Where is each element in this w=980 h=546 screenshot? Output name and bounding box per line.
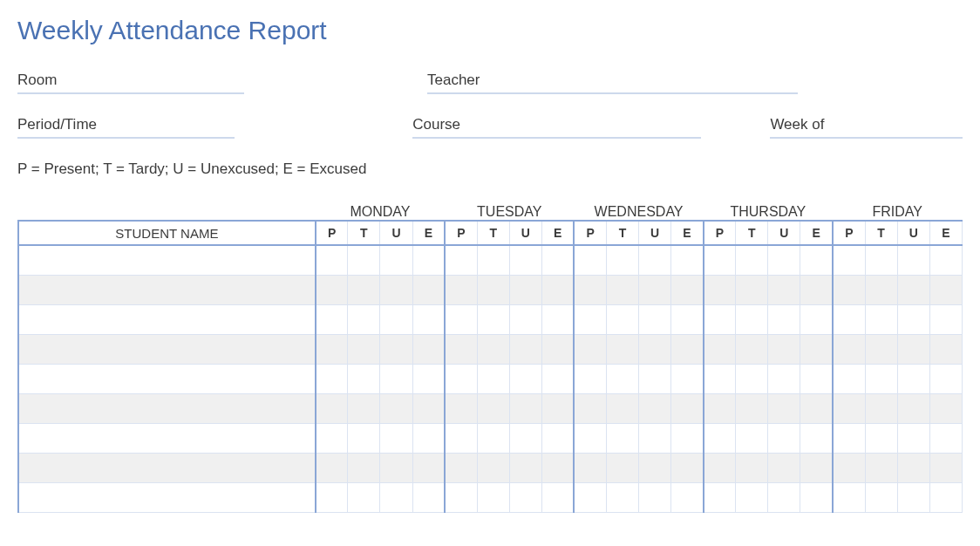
attendance-cell[interactable] <box>380 304 412 334</box>
attendance-cell[interactable] <box>412 364 445 393</box>
attendance-cell[interactable] <box>316 275 348 304</box>
attendance-cell[interactable] <box>671 364 704 393</box>
attendance-cell[interactable] <box>412 275 445 304</box>
student-name-cell[interactable] <box>18 423 316 453</box>
attendance-cell[interactable] <box>671 304 704 334</box>
attendance-cell[interactable] <box>574 304 606 334</box>
attendance-cell[interactable] <box>412 423 445 453</box>
attendance-cell[interactable] <box>800 453 833 482</box>
attendance-cell[interactable] <box>736 453 768 482</box>
attendance-cell[interactable] <box>833 453 865 482</box>
attendance-cell[interactable] <box>768 393 800 423</box>
attendance-cell[interactable] <box>704 482 736 512</box>
attendance-cell[interactable] <box>833 423 865 453</box>
attendance-cell[interactable] <box>639 334 671 364</box>
attendance-cell[interactable] <box>380 334 412 364</box>
attendance-cell[interactable] <box>541 482 574 512</box>
attendance-cell[interactable] <box>509 245 541 275</box>
attendance-cell[interactable] <box>477 453 509 482</box>
attendance-cell[interactable] <box>639 423 671 453</box>
attendance-cell[interactable] <box>736 423 768 453</box>
attendance-cell[interactable] <box>704 334 736 364</box>
attendance-cell[interactable] <box>316 334 348 364</box>
attendance-cell[interactable] <box>541 423 574 453</box>
attendance-cell[interactable] <box>509 334 541 364</box>
attendance-cell[interactable] <box>897 334 929 364</box>
attendance-cell[interactable] <box>671 482 704 512</box>
attendance-cell[interactable] <box>380 393 412 423</box>
attendance-cell[interactable] <box>800 245 833 275</box>
attendance-cell[interactable] <box>833 304 865 334</box>
attendance-cell[interactable] <box>833 275 865 304</box>
attendance-cell[interactable] <box>477 482 509 512</box>
attendance-cell[interactable] <box>477 393 509 423</box>
student-name-cell[interactable] <box>18 245 316 275</box>
attendance-cell[interactable] <box>768 304 800 334</box>
attendance-cell[interactable] <box>865 364 897 393</box>
attendance-cell[interactable] <box>671 245 704 275</box>
attendance-cell[interactable] <box>768 334 800 364</box>
attendance-cell[interactable] <box>574 482 606 512</box>
attendance-cell[interactable] <box>541 393 574 423</box>
attendance-cell[interactable] <box>800 423 833 453</box>
attendance-cell[interactable] <box>509 423 541 453</box>
attendance-cell[interactable] <box>509 453 541 482</box>
attendance-cell[interactable] <box>639 364 671 393</box>
attendance-cell[interactable] <box>606 393 638 423</box>
attendance-cell[interactable] <box>509 482 541 512</box>
attendance-cell[interactable] <box>412 334 445 364</box>
attendance-cell[interactable] <box>865 334 897 364</box>
attendance-cell[interactable] <box>445 334 477 364</box>
student-name-cell[interactable] <box>18 453 316 482</box>
attendance-cell[interactable] <box>768 364 800 393</box>
attendance-cell[interactable] <box>477 364 509 393</box>
attendance-cell[interactable] <box>671 453 704 482</box>
attendance-cell[interactable] <box>704 423 736 453</box>
attendance-cell[interactable] <box>800 275 833 304</box>
attendance-cell[interactable] <box>929 393 962 423</box>
student-name-cell[interactable] <box>18 334 316 364</box>
attendance-cell[interactable] <box>897 482 929 512</box>
attendance-cell[interactable] <box>477 275 509 304</box>
attendance-cell[interactable] <box>833 364 865 393</box>
attendance-cell[interactable] <box>606 275 638 304</box>
attendance-cell[interactable] <box>509 275 541 304</box>
attendance-cell[interactable] <box>865 245 897 275</box>
attendance-cell[interactable] <box>541 334 574 364</box>
attendance-cell[interactable] <box>833 482 865 512</box>
attendance-cell[interactable] <box>704 304 736 334</box>
attendance-cell[interactable] <box>929 245 962 275</box>
attendance-cell[interactable] <box>865 482 897 512</box>
attendance-cell[interactable] <box>865 275 897 304</box>
attendance-cell[interactable] <box>348 393 380 423</box>
attendance-cell[interactable] <box>639 304 671 334</box>
attendance-cell[interactable] <box>639 482 671 512</box>
attendance-cell[interactable] <box>574 364 606 393</box>
field-teacher[interactable]: Teacher <box>427 72 798 94</box>
attendance-cell[interactable] <box>736 364 768 393</box>
attendance-cell[interactable] <box>606 482 638 512</box>
attendance-cell[interactable] <box>606 245 638 275</box>
attendance-cell[interactable] <box>380 275 412 304</box>
attendance-cell[interactable] <box>348 364 380 393</box>
attendance-cell[interactable] <box>768 482 800 512</box>
attendance-cell[interactable] <box>348 245 380 275</box>
attendance-cell[interactable] <box>316 453 348 482</box>
attendance-cell[interactable] <box>445 275 477 304</box>
attendance-cell[interactable] <box>736 393 768 423</box>
attendance-cell[interactable] <box>316 245 348 275</box>
attendance-cell[interactable] <box>348 482 380 512</box>
attendance-cell[interactable] <box>800 482 833 512</box>
attendance-cell[interactable] <box>736 304 768 334</box>
attendance-cell[interactable] <box>445 245 477 275</box>
attendance-cell[interactable] <box>929 364 962 393</box>
attendance-cell[interactable] <box>768 275 800 304</box>
attendance-cell[interactable] <box>606 334 638 364</box>
attendance-cell[interactable] <box>574 245 606 275</box>
attendance-cell[interactable] <box>509 364 541 393</box>
attendance-cell[interactable] <box>833 245 865 275</box>
attendance-cell[interactable] <box>929 453 962 482</box>
attendance-cell[interactable] <box>865 453 897 482</box>
attendance-cell[interactable] <box>445 423 477 453</box>
attendance-cell[interactable] <box>380 423 412 453</box>
